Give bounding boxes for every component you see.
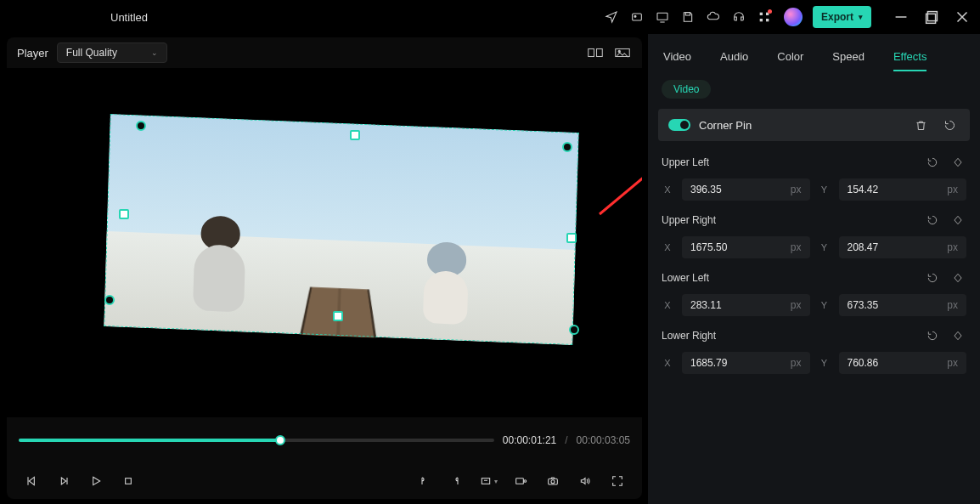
param-x-input[interactable]: 396.35px [682, 178, 810, 201]
handle-mid-top[interactable] [350, 130, 360, 140]
user-avatar[interactable] [784, 8, 803, 26]
param-x-input[interactable]: 1685.79px [682, 352, 810, 374]
axis-y-label: Y [819, 242, 831, 252]
title-bar: Untitled Export ▾ [0, 0, 980, 34]
crop-button[interactable]: ▾ [476, 470, 501, 492]
param-keyframe-button[interactable] [949, 327, 966, 344]
axis-x-label: X [662, 184, 673, 195]
tab-color[interactable]: Color [777, 50, 803, 71]
axis-y-label: Y [819, 300, 831, 310]
chevron-down-icon: ⌄ [151, 48, 158, 57]
notification-dot-icon [768, 9, 772, 14]
param-y-input[interactable]: 154.42px [839, 178, 967, 201]
window-minimize-button[interactable] [892, 8, 910, 26]
param-group: Lower LeftX283.11pxY673.35px [658, 267, 970, 325]
svg-rect-11 [597, 49, 603, 57]
export-button[interactable]: Export ▾ [813, 6, 871, 28]
param-group: Upper LeftX396.35pxY154.42px [658, 151, 970, 209]
param-x-input[interactable]: 283.11px [682, 294, 810, 316]
param-group: Upper RightX1675.50pxY208.47px [658, 209, 970, 267]
cloud-icon[interactable] [704, 8, 723, 26]
prev-frame-button[interactable] [51, 470, 76, 492]
annotation-arrow-icon [591, 53, 642, 223]
svg-rect-3 [685, 13, 690, 15]
param-y-input[interactable]: 760.86px [839, 352, 967, 374]
seek-thumb[interactable] [275, 435, 285, 445]
seek-bar[interactable] [19, 433, 494, 448]
apps-icon[interactable] [755, 8, 774, 26]
stop-button[interactable] [115, 470, 141, 492]
chevron-down-icon: ▾ [859, 13, 863, 21]
step-back-button[interactable] [19, 470, 44, 492]
svg-rect-0 [633, 14, 642, 20]
param-label: Lower Right [662, 330, 924, 342]
param-reset-button[interactable] [924, 212, 941, 229]
screen-icon[interactable] [653, 8, 672, 26]
compare-view-icon[interactable] [586, 44, 605, 61]
record-button[interactable] [508, 470, 533, 492]
param-reset-button[interactable] [924, 154, 941, 171]
support-icon[interactable] [729, 8, 748, 26]
preview-canvas[interactable] [7, 68, 642, 417]
tab-audio[interactable]: Audio [720, 50, 748, 71]
param-reset-button[interactable] [924, 327, 941, 344]
effect-reset-button[interactable] [939, 115, 960, 135]
timecode-separator: / [565, 434, 567, 446]
seek-fill [19, 439, 280, 442]
effects-filter-chip-video[interactable]: Video [662, 80, 711, 99]
param-reset-button[interactable] [924, 269, 941, 286]
handle-upper-left[interactable] [136, 121, 146, 131]
volume-button[interactable] [572, 470, 598, 492]
save-icon[interactable] [679, 8, 697, 26]
axis-y-label: Y [819, 358, 831, 368]
handle-mid-bottom[interactable] [333, 311, 343, 321]
timecode-current: 00:00:01:21 [503, 434, 556, 446]
asset-icon[interactable] [628, 8, 646, 26]
axis-y-label: Y [819, 184, 831, 195]
tab-speed[interactable]: Speed [832, 50, 865, 71]
param-label: Upper Left [662, 156, 924, 168]
param-keyframe-button[interactable] [949, 154, 966, 171]
timecode-duration: 00:00:03:05 [577, 434, 630, 446]
handle-upper-right[interactable] [562, 142, 572, 152]
handle-lower-left[interactable] [104, 295, 115, 305]
effect-delete-button[interactable] [910, 115, 931, 135]
document-title: Untitled [110, 11, 148, 24]
axis-x-label: X [662, 300, 673, 310]
param-group: Lower RightX1685.79pxY760.86px [658, 325, 970, 382]
quality-dropdown[interactable]: Full Quality ⌄ [57, 42, 167, 63]
svg-rect-16 [482, 479, 489, 484]
fullscreen-button[interactable] [605, 470, 630, 492]
svg-rect-10 [589, 49, 594, 57]
window-close-button[interactable] [953, 8, 972, 26]
svg-rect-4 [760, 13, 763, 15]
param-keyframe-button[interactable] [949, 269, 966, 286]
svg-point-1 [634, 15, 636, 17]
param-label: Upper Right [662, 214, 924, 226]
player-panel: Player Full Quality ⌄ [0, 34, 647, 504]
param-y-input[interactable]: 673.35px [839, 294, 967, 316]
handle-lower-right[interactable] [569, 325, 579, 335]
svg-rect-7 [766, 19, 769, 21]
effect-header: Corner Pin [658, 109, 970, 141]
svg-rect-17 [516, 479, 524, 484]
share-icon[interactable] [602, 8, 621, 26]
effect-enable-toggle[interactable] [668, 119, 690, 131]
svg-rect-2 [657, 13, 667, 20]
handle-mid-right[interactable] [566, 233, 577, 243]
mark-in-button[interactable] [411, 470, 436, 492]
param-y-input[interactable]: 208.47px [839, 236, 967, 258]
picture-icon[interactable] [613, 44, 632, 61]
tab-effects[interactable]: Effects [893, 50, 927, 71]
window-maximize-button[interactable] [922, 8, 941, 26]
snapshot-button[interactable] [540, 470, 566, 492]
mark-out-button[interactable] [443, 470, 469, 492]
svg-rect-6 [760, 19, 763, 21]
quality-selected: Full Quality [66, 47, 117, 59]
tab-video[interactable]: Video [663, 50, 691, 71]
handle-mid-left[interactable] [119, 209, 129, 219]
param-keyframe-button[interactable] [949, 212, 966, 229]
play-button[interactable] [83, 470, 109, 492]
param-x-input[interactable]: 1675.50px [682, 236, 810, 258]
svg-point-20 [551, 480, 555, 484]
